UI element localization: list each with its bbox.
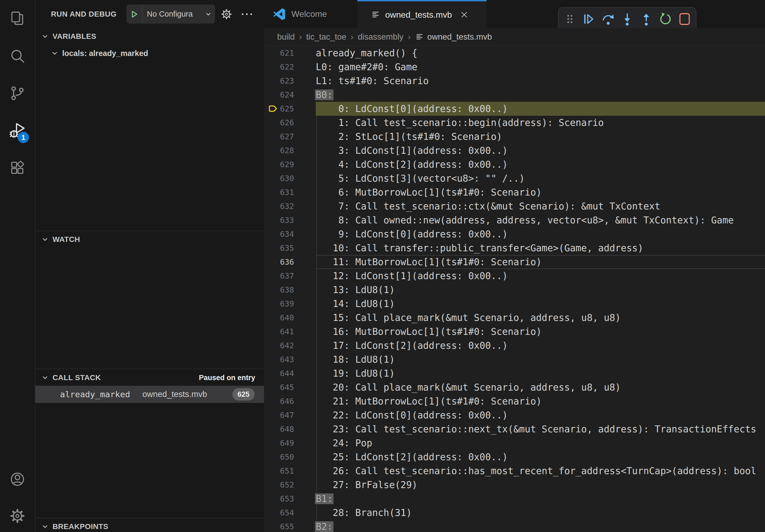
code-line[interactable]: 647 22: LdConst[0](address: 0x00..): [264, 408, 765, 422]
line-number[interactable]: 647: [264, 408, 294, 422]
code-viewport[interactable]: 621 already_marked() { 622 L0: game#2#0:…: [264, 46, 765, 532]
step-over-button[interactable]: [601, 12, 616, 27]
code-line[interactable]: 633 8: Call owned::new(address, address,…: [264, 213, 765, 227]
line-number[interactable]: 639: [264, 297, 294, 311]
line-number[interactable]: 622: [264, 60, 294, 74]
breadcrumb-build[interactable]: build: [277, 32, 295, 42]
variables-section-header[interactable]: VARIABLES: [35, 30, 264, 43]
line-number[interactable]: 643: [264, 353, 294, 367]
line-number[interactable]: 631: [264, 185, 294, 199]
code-line[interactable]: 646 21: MutBorrowLoc[1](ts#1#0: Scenario…: [264, 394, 765, 408]
search-icon[interactable]: [9, 48, 26, 64]
code-line[interactable]: 632 7: Call test_scenario::ctx(&mut Scen…: [264, 199, 765, 213]
code-line[interactable]: 635 10: Call transfer::public_transfer<G…: [264, 241, 765, 255]
debug-settings-gear-icon[interactable]: [220, 8, 233, 20]
breadcrumb-file[interactable]: owned_tests.mvb: [427, 32, 492, 42]
code-line[interactable]: 638 13: LdU8(1): [264, 283, 765, 297]
line-number[interactable]: 634: [264, 227, 294, 241]
tab-welcome[interactable]: Welcome: [264, 0, 357, 28]
line-number[interactable]: 642: [264, 339, 294, 353]
code-line[interactable]: 645 20: Call place_mark(&mut Scenario, a…: [264, 381, 765, 394]
stop-button[interactable]: [677, 12, 692, 27]
restart-button[interactable]: [658, 12, 673, 27]
line-number[interactable]: 635: [264, 241, 294, 255]
code-line[interactable]: 637 12: LdConst[1](address: 0x00..): [264, 269, 765, 283]
code-line[interactable]: 642 17: LdConst[2](address: 0x00..): [264, 339, 765, 353]
code-line[interactable]: 655 B2:: [264, 520, 765, 532]
code-line[interactable]: 654 28: Branch(31): [264, 506, 765, 520]
breadcrumb-disassembly[interactable]: disassembly: [358, 32, 404, 42]
line-number[interactable]: 637: [264, 269, 294, 283]
debug-configuration-dropdown[interactable]: No Configura: [127, 5, 215, 24]
line-number[interactable]: 627: [264, 130, 294, 143]
line-number[interactable]: 632: [264, 199, 294, 213]
explorer-icon[interactable]: [9, 10, 26, 27]
drag-handle-icon[interactable]: [562, 12, 577, 27]
line-number[interactable]: 640: [264, 311, 294, 325]
tab-owned-tests[interactable]: owned_tests.mvb: [357, 0, 486, 28]
line-number[interactable]: 650: [264, 450, 294, 464]
code-line[interactable]: 622 L0: game#2#0: Game: [264, 60, 765, 74]
code-line[interactable]: 648 23: Call test_scenario::next_tx(&mut…: [264, 422, 765, 436]
line-number[interactable]: 630: [264, 171, 294, 185]
code-line[interactable]: 651 26: Call test_scenario::has_most_rec…: [264, 464, 765, 478]
line-number[interactable]: 653: [264, 492, 294, 506]
code-line[interactable]: 643 18: LdU8(1): [264, 353, 765, 367]
more-actions-icon[interactable]: [241, 12, 253, 16]
line-number[interactable]: 638: [264, 283, 294, 297]
code-line[interactable]: 621 already_marked() {: [264, 46, 765, 60]
code-line[interactable]: 650 25: LdConst[2](address: 0x00..): [264, 450, 765, 464]
line-number[interactable]: 626: [264, 116, 294, 130]
line-number[interactable]: 645: [264, 381, 294, 394]
line-number[interactable]: 646: [264, 394, 294, 408]
code-line[interactable]: 631 6: MutBorrowLoc[1](ts#1#0: Scenario): [264, 185, 765, 199]
line-number[interactable]: 652: [264, 478, 294, 492]
breadcrumb-tic-tac-toe[interactable]: tic_tac_toe: [306, 32, 346, 42]
code-line[interactable]: 644 19: LdU8(1): [264, 367, 765, 381]
code-line[interactable]: 652 27: BrFalse(29): [264, 478, 765, 492]
code-line[interactable]: 625 0: LdConst[0](address: 0x00..): [264, 102, 765, 116]
line-number[interactable]: 629: [264, 157, 294, 171]
watch-section-header[interactable]: WATCH: [35, 232, 264, 246]
line-number[interactable]: 621: [264, 46, 294, 60]
line-number[interactable]: 628: [264, 143, 294, 157]
code-line[interactable]: 626 1: Call test_scenario::begin(address…: [264, 116, 765, 130]
code-line[interactable]: 636 11: MutBorrowLoc[1](ts#1#0: Scenario…: [264, 255, 765, 269]
code-line[interactable]: 639 14: LdU8(1): [264, 297, 765, 311]
line-number[interactable]: 636: [264, 255, 294, 269]
line-number[interactable]: 644: [264, 367, 294, 381]
line-number[interactable]: 633: [264, 213, 294, 227]
code-line[interactable]: 628 3: LdConst[1](address: 0x00..): [264, 143, 765, 157]
code-line[interactable]: 627 2: StLoc[1](ts#1#0: Scenario): [264, 130, 765, 143]
line-number[interactable]: 655: [264, 520, 294, 532]
code-line[interactable]: 630 5: LdConst[3](vector<u8>: "" /..): [264, 171, 765, 185]
code-line[interactable]: 629 4: LdConst[2](address: 0x00..): [264, 157, 765, 171]
call-stack-section-header[interactable]: CALL STACK Paused on entry: [35, 371, 264, 385]
code-line[interactable]: 653 B1:: [264, 492, 765, 506]
line-number[interactable]: 648: [264, 422, 294, 436]
code-line[interactable]: 634 9: LdConst[0](address: 0x00..): [264, 227, 765, 241]
code-line[interactable]: 649 24: Pop: [264, 436, 765, 450]
code-line[interactable]: 640 15: Call place_mark(&mut Scenario, a…: [264, 311, 765, 325]
breakpoints-section-header[interactable]: BREAKPOINTS: [35, 520, 264, 532]
close-icon[interactable]: [459, 10, 469, 20]
continue-button[interactable]: [581, 12, 596, 27]
settings-gear-icon[interactable]: [9, 508, 26, 524]
step-out-button[interactable]: [639, 12, 654, 27]
source-control-icon[interactable]: [9, 85, 26, 102]
account-icon[interactable]: [9, 471, 26, 487]
call-stack-frame-row[interactable]: already_marked owned_tests.mvb 625: [35, 386, 264, 403]
code-line[interactable]: 623 L1: ts#1#0: Scenario: [264, 74, 765, 88]
locals-scope-row[interactable]: locals: already_marked: [35, 46, 264, 60]
step-into-button[interactable]: [620, 12, 635, 27]
line-number[interactable]: 624: [264, 88, 294, 102]
line-number[interactable]: 651: [264, 464, 294, 478]
extensions-icon[interactable]: [9, 159, 26, 176]
line-number[interactable]: 641: [264, 325, 294, 339]
line-number[interactable]: 623: [264, 74, 294, 88]
code-line[interactable]: 641 16: MutBorrowLoc[1](ts#1#0: Scenario…: [264, 325, 765, 339]
line-number[interactable]: 654: [264, 506, 294, 520]
code-line[interactable]: 624 B0:: [264, 88, 765, 102]
start-debug-button[interactable]: [127, 5, 143, 24]
line-number[interactable]: 649: [264, 436, 294, 450]
